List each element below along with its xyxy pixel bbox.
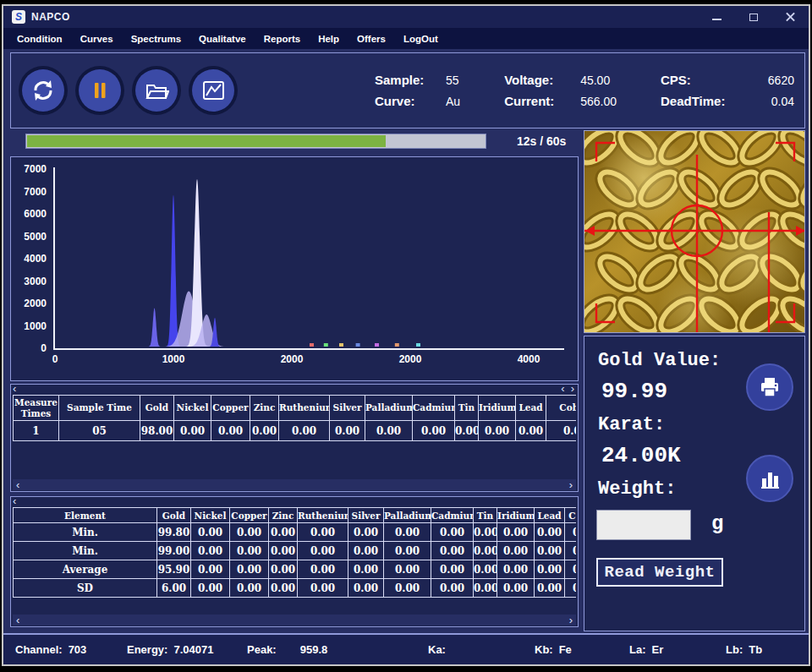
menu-item-qualitatve[interactable]: Qualitatve [199, 34, 246, 44]
table-cell: 0.00 [384, 579, 431, 598]
print-button[interactable] [746, 363, 793, 411]
column-header: Cadmium [413, 396, 455, 421]
x-tick-label: 2000 [281, 353, 304, 365]
deadtime-label: DeadTime: [661, 94, 725, 108]
current-label: Current: [504, 94, 568, 108]
column-header: Palladium [384, 508, 431, 523]
menu-item-logout[interactable]: LogOut [403, 34, 438, 44]
menu-item-spectrums[interactable]: Spectrums [131, 34, 181, 44]
table-cell: Min. [14, 523, 157, 542]
table-cell: 0.00 [546, 421, 577, 441]
pause-button[interactable] [75, 66, 124, 115]
close-button[interactable] [785, 11, 797, 23]
table-cell: 0.00 [348, 523, 384, 542]
column-header: Zinc [250, 396, 279, 421]
minimize-button[interactable] [710, 11, 722, 23]
table-cell: 05 [59, 421, 140, 441]
table-row[interactable]: 10598.000.000.000.000.000.000.000.000.00… [14, 421, 577, 441]
y-tick-label: 4000 [24, 253, 47, 265]
column-header: Silver [330, 396, 365, 421]
status-peak: Peak:959.8 [247, 643, 327, 656]
curve-value: Au [446, 95, 460, 108]
results-hscrollbar[interactable]: ‹ › [13, 479, 576, 490]
y-tick-label: 0 [41, 342, 47, 354]
column-header: Iridium [479, 396, 516, 421]
table-row[interactable]: Min.99.800.000.000.000.000.000.000.000.0… [14, 523, 577, 542]
spectrum-peak [166, 195, 181, 347]
x-axis-labels: 01000200020004000 [55, 353, 564, 369]
column-header: Tin [474, 508, 497, 523]
table-cell: 0.00 [535, 560, 565, 579]
sample-camera-view [584, 130, 805, 333]
scroll-right-icon[interactable]: › [569, 615, 573, 625]
table-cell: Average [14, 560, 157, 579]
table-cell: 0.00 [516, 421, 546, 441]
scroll-right-icon[interactable]: › [569, 480, 573, 489]
menu-item-condition[interactable]: Condition [17, 34, 63, 44]
scroll-left-icon[interactable]: ‹ [16, 615, 19, 625]
weight-input[interactable] [596, 510, 691, 540]
table-cell: 6.00 [157, 579, 191, 598]
y-tick-label: 7000 [24, 186, 47, 198]
column-header: Measure Times [14, 396, 59, 421]
table-row[interactable]: SD6.000.000.000.000.000.000.000.000.000.… [14, 579, 577, 598]
table-cell: 0.00 [298, 560, 348, 579]
table-cell: 0.00 [565, 523, 577, 542]
table-cell: 0.00 [230, 523, 269, 542]
status-lb: Lb:Tb [726, 643, 762, 656]
table-cell: 0.00 [565, 542, 577, 560]
gold-result-panel: Gold Value: 99.99 Karat: 24.00K Weight: … [584, 336, 805, 631]
app-window: S NAPCO ConditionCurvesSpectrumsQualitat… [2, 4, 810, 666]
stats-hscrollbar[interactable]: ‹ › [13, 615, 576, 626]
scroll-left-icon[interactable]: ‹ [16, 480, 19, 489]
acquisition-progress: 12s / 60s [25, 133, 584, 150]
current-value: 566.00 [580, 95, 617, 108]
open-folder-icon [144, 78, 169, 103]
stats-button[interactable] [746, 455, 793, 502]
menu-bar: ConditionCurvesSpectrumsQualitatveReport… [3, 28, 809, 49]
table-cell: 0.00 [431, 579, 474, 598]
menu-item-reports[interactable]: Reports [264, 34, 300, 44]
curve-button[interactable] [189, 66, 238, 115]
y-tick-label: 6000 [24, 208, 47, 220]
status-ka: Ka: [428, 643, 452, 656]
minimize-icon [712, 19, 721, 20]
column-header: Cobalt [546, 396, 577, 421]
element-marker [416, 343, 420, 347]
table-cell: 0.00 [455, 421, 479, 441]
scroll-left-icon[interactable]: ‹ [13, 385, 16, 395]
table-cell: 0.00 [269, 523, 298, 542]
table-row[interactable]: Min.99.000.000.000.000.000.000.000.000.0… [14, 542, 577, 560]
open-file-button[interactable] [132, 66, 181, 115]
refresh-button[interactable] [19, 66, 68, 115]
deadtime-value: 0.04 [771, 95, 794, 108]
status-la: La:Er [629, 643, 663, 656]
table-cell: 0.00 [535, 579, 565, 598]
read-weight-button[interactable]: Read Weight [596, 558, 723, 587]
element-marker [339, 343, 343, 347]
table-cell: 0.00 [474, 542, 497, 560]
table-cell: 0.00 [474, 579, 497, 598]
scroll-left-icon[interactable]: ‹ [561, 384, 564, 395]
title-bar: S NAPCO [3, 6, 809, 28]
gold-value-label: Gold Value: [598, 350, 721, 371]
maximize-button[interactable] [748, 11, 760, 23]
y-tick-label: 2000 [24, 298, 47, 309]
cps-label: CPS: [661, 73, 691, 87]
table-cell: 0.00 [348, 579, 384, 598]
table-cell: 0.00 [211, 421, 250, 441]
table-cell: 0.00 [191, 560, 230, 579]
table-row[interactable]: Average95.900.000.000.000.000.000.000.00… [14, 560, 577, 579]
y-tick-label: 5000 [24, 231, 47, 243]
menu-item-help[interactable]: Help [318, 34, 339, 44]
menu-item-curves[interactable]: Curves [80, 34, 113, 44]
status-channel: Channel:703 [15, 643, 86, 656]
table-cell: 0.00 [269, 542, 298, 560]
table-cell: 0.00 [565, 579, 577, 598]
voltage-value: 45.00 [580, 74, 610, 87]
y-tick-label: 7000 [24, 163, 47, 175]
menu-item-offers[interactable]: Offers [357, 34, 386, 44]
plot-area [53, 167, 564, 350]
scroll-right-icon[interactable]: › [571, 384, 574, 395]
scroll-left-icon[interactable]: ‹ [13, 497, 16, 507]
